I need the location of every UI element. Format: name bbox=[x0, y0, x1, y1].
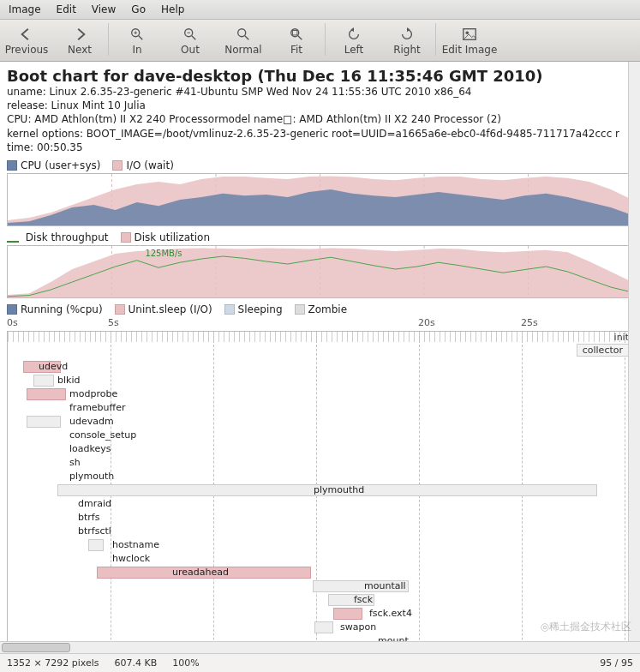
proc-label: modprobe bbox=[68, 388, 119, 399]
meta-kernel: kernel options: BOOT_IMAGE=/boot/vmlinuz… bbox=[7, 127, 633, 141]
proc-row-modprobe: modprobe bbox=[8, 388, 632, 400]
meta-uname: uname: Linux 2.6.35-23-generic #41-Ubunt… bbox=[7, 85, 633, 99]
proc-row-udevadm: udevadm bbox=[8, 416, 632, 428]
zoom-out-button[interactable]: Out bbox=[164, 27, 217, 56]
swatch-util bbox=[121, 232, 131, 243]
separator bbox=[108, 23, 109, 56]
edit-image-label: Edit Image bbox=[442, 44, 498, 56]
proc-row-loadkeys: loadkeys bbox=[8, 443, 632, 455]
legend-proc: Running (%cpu) Unint.sleep (I/O) Sleepin… bbox=[7, 303, 633, 315]
status-dimensions: 1352 × 7292 pixels bbox=[7, 657, 99, 669]
proc-label: loadkeys bbox=[68, 443, 113, 454]
proc-label: plymouthd bbox=[312, 484, 366, 495]
legend-running-label: Running (%cpu) bbox=[21, 303, 103, 315]
menu-edit[interactable]: Edit bbox=[57, 3, 76, 15]
axis-0s: 0s bbox=[7, 317, 18, 328]
proc-row-swapon: swapon bbox=[8, 621, 632, 633]
rotate-right-button[interactable]: Right bbox=[380, 27, 434, 56]
zoom-in-icon bbox=[129, 27, 145, 42]
axis-25s: 25s bbox=[521, 317, 538, 328]
scrollbar-thumb[interactable] bbox=[2, 643, 70, 652]
proc-row-plymouth: plymouth bbox=[8, 471, 632, 483]
chart-title: Boot chart for dave-desktop (Thu Dec 16 … bbox=[7, 67, 633, 85]
menu-image[interactable]: Image bbox=[9, 3, 41, 15]
arrow-right-icon bbox=[72, 27, 87, 42]
zoom-normal-icon bbox=[236, 27, 251, 42]
previous-label: Previous bbox=[5, 44, 49, 56]
swatch-cpu bbox=[7, 160, 17, 171]
next-label: Next bbox=[68, 44, 92, 56]
edit-image-button[interactable]: Edit Image bbox=[438, 27, 501, 56]
legend-throughput-label: Disk throughput bbox=[26, 231, 109, 243]
proc-label: udevadm bbox=[68, 416, 116, 427]
proc-row-blkid: blkid bbox=[8, 375, 632, 387]
proc-row-hwclock: hwclock bbox=[8, 553, 632, 565]
proc-collector: collector bbox=[577, 344, 629, 357]
legend-zombie-label: Zombie bbox=[308, 303, 348, 315]
axis-20s: 20s bbox=[418, 317, 435, 328]
separator bbox=[325, 23, 326, 56]
proc-row-btrfs: btrfs bbox=[8, 512, 632, 524]
meta-release: release: Linux Mint 10 Julia bbox=[7, 99, 633, 112]
proc-row-framebuffer: framebuffer bbox=[8, 402, 632, 414]
next-button[interactable]: Next bbox=[53, 27, 106, 56]
proc-row-plymouthd: plymouthd bbox=[8, 484, 632, 496]
menu-go[interactable]: Go bbox=[131, 3, 146, 15]
legend-disk: Disk throughput Disk utilization bbox=[7, 231, 633, 243]
legend-unint-label: Unint.sleep (I/O) bbox=[129, 303, 212, 315]
zoom-fit-button[interactable]: Fit bbox=[270, 27, 323, 56]
status-filesize: 607.4 KB bbox=[114, 657, 157, 669]
proc-row-dmraid: dmraid bbox=[8, 498, 632, 510]
svg-line-8 bbox=[245, 36, 249, 40]
proc-row-fsck: fsck bbox=[8, 594, 632, 606]
proc-label: ureadahead bbox=[170, 567, 230, 578]
horizontal-scrollbar[interactable] bbox=[0, 641, 640, 653]
vertical-scrollbar[interactable] bbox=[628, 62, 640, 641]
meta-time: time: 00:50.35 bbox=[7, 141, 633, 154]
menu-view[interactable]: View bbox=[92, 3, 116, 15]
rotate-right-icon bbox=[399, 27, 415, 42]
svg-line-10 bbox=[298, 36, 302, 40]
swatch-throughput bbox=[7, 241, 19, 243]
proc-label: hostname bbox=[111, 539, 161, 550]
picture-icon bbox=[462, 27, 477, 42]
zoom-in-button[interactable]: In bbox=[111, 27, 164, 56]
proc-label: fsck bbox=[352, 594, 374, 605]
menu-help[interactable]: Help bbox=[161, 3, 184, 15]
proc-label: plymouth bbox=[68, 471, 116, 482]
proc-bar bbox=[27, 388, 66, 400]
proc-label: mountall bbox=[362, 580, 408, 591]
meta-cpu: CPU: AMD Athlon(tm) II X2 240 Processorm… bbox=[7, 112, 633, 126]
disk-chart: 125MB/s bbox=[7, 245, 633, 298]
proc-bar bbox=[314, 621, 333, 633]
arrow-left-icon bbox=[19, 27, 34, 42]
rotate-left-button[interactable]: Left bbox=[327, 27, 380, 56]
axis-5s: 5s bbox=[108, 317, 119, 328]
proc-row-console_setup: console_setup bbox=[8, 429, 632, 441]
zoom-out-label: Out bbox=[181, 44, 200, 56]
legend-io-label: I/O (wait) bbox=[126, 159, 173, 171]
zoom-fit-icon bbox=[289, 27, 304, 42]
svg-rect-11 bbox=[293, 31, 297, 35]
process-chart: init collector udevdblkidmodprobeframebu… bbox=[7, 331, 633, 653]
document-viewport[interactable]: Boot chart for dave-desktop (Thu Dec 16 … bbox=[0, 62, 640, 653]
proc-row-fsck.ext4: fsck.ext4 bbox=[8, 608, 632, 620]
proc-label: hwclock bbox=[111, 553, 152, 564]
swatch-zombie bbox=[295, 304, 305, 315]
proc-label: fsck.ext4 bbox=[368, 608, 414, 619]
proc-bar bbox=[33, 375, 54, 387]
proc-row-udevd: udevd bbox=[8, 361, 632, 373]
rotate-left-label: Left bbox=[344, 44, 364, 56]
toolbar: Previous Next In Out Normal Fit Left Rig… bbox=[0, 20, 640, 62]
status-page: 95 / 95 bbox=[600, 657, 633, 669]
proc-row-mountall: mountall bbox=[8, 580, 632, 592]
proc-bar bbox=[27, 416, 61, 428]
time-axis: 0s 5s 20s 25s bbox=[7, 317, 633, 329]
proc-label: framebuffer bbox=[68, 402, 127, 413]
proc-label: dmraid bbox=[76, 498, 113, 509]
proc-row-sh: sh bbox=[8, 457, 632, 469]
zoom-normal-button[interactable]: Normal bbox=[217, 27, 270, 56]
previous-button[interactable]: Previous bbox=[0, 27, 53, 56]
proc-label: sh bbox=[68, 457, 82, 468]
swatch-sleeping bbox=[224, 304, 235, 315]
